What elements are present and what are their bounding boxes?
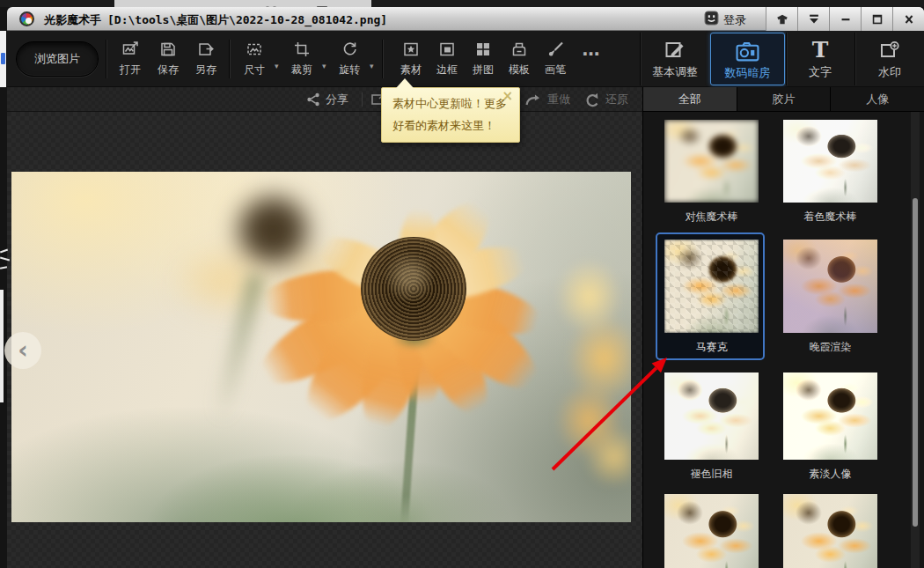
effect-thumbnail <box>783 494 877 568</box>
window-controls <box>766 7 924 31</box>
scrollbar-thumb[interactable] <box>913 198 918 527</box>
tool-label: 打开 <box>110 63 150 77</box>
tool-template[interactable]: 模板 <box>499 39 539 83</box>
action-bar-separator <box>362 92 363 107</box>
collapse-button[interactable] <box>797 7 829 31</box>
effect-label: 素淡人像 <box>783 467 877 482</box>
mode-label: 水印 <box>855 64 924 80</box>
background-toolbar-fragment <box>114 0 371 7</box>
panel-scrollbar[interactable] <box>911 112 920 568</box>
tab-film[interactable]: 胶片 <box>737 87 832 111</box>
tool-border[interactable]: 边框 <box>427 39 467 83</box>
effect-label: 马赛克 <box>664 340 759 355</box>
tool-label: 模板 <box>499 63 539 77</box>
maximize-button[interactable] <box>861 7 892 31</box>
save-icon <box>148 39 188 60</box>
tab-portrait[interactable]: 人像 <box>831 87 924 111</box>
minimize-icon <box>839 13 853 26</box>
effect-item[interactable] <box>783 494 877 568</box>
tooltip-text-line2: 好看的素材来这里！ <box>392 114 519 136</box>
undo-restore-button[interactable]: 还原 <box>584 87 628 112</box>
window-title: 光影魔术手[D:\tools\桌面\图片\2022-10-28_081042.p… <box>44 12 387 28</box>
effect-label: 着色魔术棒 <box>783 210 877 225</box>
tool-resize[interactable]: 尺寸 ▾ <box>234 39 275 83</box>
tool-save[interactable]: 保存 <box>148 39 188 83</box>
paint-brush-icon <box>535 39 576 60</box>
share-button[interactable]: 分享 <box>306 87 348 112</box>
tab-all[interactable]: 全部 <box>643 87 737 111</box>
resize-icon <box>234 39 275 60</box>
tool-label: 另存 <box>186 63 226 77</box>
right-flower-fragment <box>535 255 631 484</box>
tool-brush[interactable]: 画笔 <box>535 39 576 83</box>
screen: 光影魔术手[D:\tools\桌面\图片\2022-10-28_081042.p… <box>0 0 924 568</box>
tool-material[interactable]: 素材 <box>391 39 431 83</box>
mode-label: 文字 <box>787 64 854 80</box>
app-logo-icon <box>19 11 34 26</box>
browse-images-button[interactable]: 浏览图片 <box>16 41 99 77</box>
tool-rotate[interactable]: 旋转 ▾ <box>329 39 370 83</box>
border-frame-icon <box>427 39 467 60</box>
action-bar: 分享 重做 还原 <box>7 87 642 112</box>
undo-restore-icon <box>584 92 600 107</box>
chevron-down-icon[interactable]: ▾ <box>275 62 279 70</box>
tool-open[interactable]: 打开 <box>110 39 150 83</box>
effect-thumbnail <box>664 494 759 568</box>
redo-button[interactable]: 重做 <box>524 87 570 112</box>
shirt-icon <box>775 13 789 26</box>
tool-label: 裁剪 <box>282 63 322 77</box>
tool-more[interactable]: … <box>571 39 612 83</box>
watermark-icon <box>855 36 924 64</box>
effect-thumbnail <box>783 120 877 203</box>
toolbar-separator <box>229 40 230 78</box>
effect-item-color-wand[interactable] <box>783 120 877 203</box>
background-window-fragment <box>0 31 6 87</box>
effect-item-mosaic[interactable] <box>664 240 759 333</box>
main-toolbar: 浏览图片 打开 保存 另存 尺寸 ▾ 裁剪 ▾ 旋转 ▾ <box>7 31 924 87</box>
tool-save-as[interactable]: 另存 <box>186 39 226 83</box>
effects-panel: 全部 胶片 人像 对焦魔术棒 着色魔术棒 马赛克 晚霞渲染 褪色旧相 素淡人像 <box>642 87 924 568</box>
redo-icon <box>524 92 542 107</box>
basic-adjust-icon <box>641 36 709 64</box>
mode-digital-darkroom[interactable]: 数码暗房 <box>710 33 785 85</box>
background-window-glyph <box>1 53 5 64</box>
material-star-icon <box>391 39 431 60</box>
tooltip-close-icon[interactable]: × <box>502 90 513 103</box>
toolbar-separator <box>106 40 106 78</box>
effect-item-sunset[interactable] <box>783 240 877 333</box>
close-icon <box>902 13 916 26</box>
chevron-down-icon[interactable]: ▾ <box>370 62 374 70</box>
tool-label: 边框 <box>427 63 467 77</box>
background-window-scratch-fragment <box>0 247 11 277</box>
mode-basic-adjust[interactable]: 基本调整 <box>640 33 709 85</box>
open-image-icon <box>110 39 150 60</box>
save-as-icon <box>186 39 226 60</box>
collage-grid-icon <box>463 39 503 60</box>
close-button[interactable] <box>892 7 924 31</box>
tool-label: 保存 <box>148 63 188 77</box>
material-center-tooltip: × 素材中心更新啦！更多 好看的素材来这里！ <box>381 87 520 143</box>
mode-text[interactable]: T 文字 <box>786 33 854 85</box>
mode-watermark[interactable]: 水印 <box>854 33 924 85</box>
background-window-strip <box>0 0 924 7</box>
tool-crop[interactable]: 裁剪 ▾ <box>282 39 322 83</box>
login-label: 登录 <box>723 12 746 28</box>
tool-collage[interactable]: 拼图 <box>463 39 503 83</box>
minimize-button[interactable] <box>829 7 861 31</box>
effects-tab-bar: 全部 胶片 人像 <box>643 87 924 112</box>
skin-button[interactable] <box>766 7 797 31</box>
effect-item-faded-photo[interactable] <box>664 373 759 460</box>
smiley-avatar-icon <box>704 11 719 29</box>
more-ellipsis-icon: … <box>583 45 601 54</box>
app-name: 光影魔术手 <box>44 13 101 26</box>
rotate-icon <box>329 39 370 60</box>
previous-image-button[interactable]: ‹ <box>4 332 41 369</box>
text-tool-icon: T <box>812 39 829 62</box>
chevron-down-icon[interactable]: ▾ <box>322 62 326 70</box>
digital-darkroom-camera-icon <box>711 37 784 65</box>
photo-canvas <box>11 172 631 522</box>
effect-thumbnail <box>783 373 877 460</box>
effect-item[interactable] <box>664 494 759 568</box>
effect-item-focus-wand[interactable] <box>664 120 759 203</box>
effect-item-plain-portrait[interactable] <box>783 373 877 460</box>
